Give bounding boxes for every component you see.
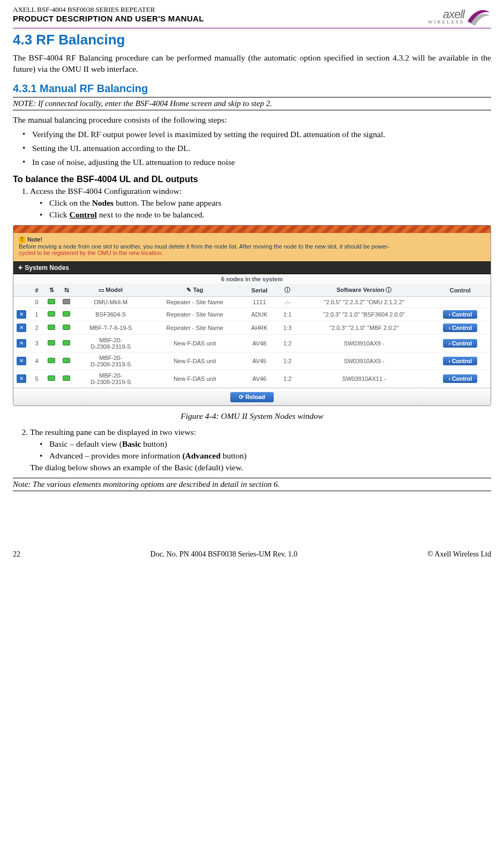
cell-model: MBF-20-D-2308-2319-S xyxy=(74,370,147,388)
bullet-noise-adjust: In case of noise, adjusting the UL atten… xyxy=(22,157,491,168)
system-nodes-header: ✦ System Nodes xyxy=(13,261,491,274)
screenshot-note-box: Note! Before moving a node from one slot… xyxy=(13,233,491,261)
cell-serial: AV46 xyxy=(242,370,276,388)
control-button[interactable]: › Control xyxy=(443,324,477,332)
note-local-connect: NOTE: If connected locally, enter the BS… xyxy=(13,97,491,110)
step-2a-pre: Basic – default view ( xyxy=(49,439,122,448)
table-row: ✕1BSF3604-SRepeater - Site NameADUK1:1"2… xyxy=(13,308,491,321)
status-led-2 xyxy=(63,325,70,330)
cell-serial: AHRK xyxy=(242,321,276,335)
step-2b-post: button) xyxy=(221,451,247,460)
screenshot-note-title: Note! xyxy=(27,236,42,243)
procedure-steps-2: The resulting pane can be displayed in t… xyxy=(13,427,491,472)
figure-caption: Figure 4-4: OMU II System Nodes window xyxy=(13,411,491,421)
col-hash[interactable]: # xyxy=(29,284,44,297)
logo-subtext: WIRELESS xyxy=(428,19,464,25)
cell-index: 4 xyxy=(29,352,44,370)
step-1a: Click on the Nodes button. The below pan… xyxy=(40,198,491,208)
reload-button[interactable]: ⟳ Reload xyxy=(230,392,274,402)
status-led-2 xyxy=(63,311,70,317)
step-2: The resulting pane can be displayed in t… xyxy=(30,427,491,472)
subsection-heading-manual-rf: 4.3.1 Manual RF Balancing xyxy=(13,82,491,95)
cell-serial: 1111 xyxy=(242,297,276,308)
header-left: AXELL BSF-4004 BSF0038 SERIES REPEATER P… xyxy=(13,5,204,23)
table-row: ✕2MBF-T-7-8-19-SRepeater - Site NameAHRK… xyxy=(13,321,491,335)
table-row: ✕5MBF-20-D-2308-2319-SNew F-DAS unitAV46… xyxy=(13,370,491,388)
step-2b-bold: (Advanced xyxy=(182,451,220,460)
cell-index: 0 xyxy=(29,297,44,308)
cell-tag: Repeater - Site Name xyxy=(147,321,242,335)
delete-row-button[interactable]: ✕ xyxy=(17,374,26,383)
table-row: ✕3MBF-20-D-2308-2319-SNew F-DAS unitAV48… xyxy=(13,335,491,352)
cell-index: 5 xyxy=(29,370,44,388)
procedure-lead: The manual balancing procedure consists … xyxy=(13,115,491,126)
delete-row-button[interactable]: ✕ xyxy=(17,357,26,365)
table-row: 0OMU-MkII-MRepeater - Site Name1111-:-"2… xyxy=(13,297,491,308)
step-1-text: Access the BSF-4004 Configuration window… xyxy=(30,186,182,196)
warning-icon xyxy=(19,237,25,243)
cell-tag: New F-DAS unit xyxy=(147,335,242,352)
cell-software: "2.0.3" "2.1.0" "MBF 2.0.2" xyxy=(298,321,430,335)
step-2-tail: The dialog below shows an example of the… xyxy=(30,463,491,472)
cell-serial: AV48 xyxy=(242,335,276,352)
cell-serial: AV45 xyxy=(242,352,276,370)
footer-copyright: © Axell Wireless Ltd xyxy=(427,550,491,559)
cell-slot: 1:1 xyxy=(276,308,298,321)
delete-row-button[interactable]: ✕ xyxy=(17,324,26,332)
status-led-1 xyxy=(48,311,55,317)
procedure-steps: Access the BSF-4004 Configuration window… xyxy=(13,186,491,220)
step-1b-bold: Control xyxy=(69,210,96,219)
table-header-row: # ⇅ ⇆ ▭ Model ✎ Tag Serial ⓘ Software Ve… xyxy=(13,284,491,297)
control-button[interactable]: › Control xyxy=(443,374,477,383)
delete-row-button[interactable]: ✕ xyxy=(17,310,26,319)
control-button[interactable]: › Control xyxy=(443,339,477,348)
doc-subtitle: PRODUCT DESCRIPTION AND USER'S MANUAL xyxy=(13,14,204,23)
cell-index: 3 xyxy=(29,335,44,352)
status-led-2 xyxy=(63,375,70,381)
step-1b: Click Control next to the node to be bal… xyxy=(40,210,491,220)
procedure-heading: To balance the BSF-4004 UL and DL output… xyxy=(13,174,491,184)
control-button[interactable]: › Control xyxy=(443,357,477,365)
cell-slot: 1:2 xyxy=(276,370,298,388)
cell-tag: Repeater - Site Name xyxy=(147,308,242,321)
note-monitoring-options: Note: The various elements monitoring op… xyxy=(13,478,491,491)
section-intro: The BSF-4004 RF Balancing procedure can … xyxy=(13,52,491,75)
cell-software: "2.0.5" "2.2.3.2" "OMU 2.1.2.2" xyxy=(298,297,430,308)
col-serial[interactable]: Serial xyxy=(242,284,276,297)
col-slot-icon[interactable]: ⓘ xyxy=(276,284,298,297)
step-1b-post: next to the node to be balanced. xyxy=(97,210,205,219)
step-2a-bold: Basic xyxy=(122,439,141,448)
screenshot-note-line2: cycled to be registered by the OMU in th… xyxy=(19,250,163,256)
col-control[interactable]: Control xyxy=(430,284,491,297)
col-tag[interactable]: ✎ Tag xyxy=(147,284,242,297)
cell-model: MBF-20-D-2308-2319-S xyxy=(74,335,147,352)
page-footer: 22 Doc. No. PN 4004 BSF0038 Series-UM Re… xyxy=(13,550,491,559)
cell-software: SW03910AX9 - xyxy=(298,352,430,370)
col-model[interactable]: ▭ Model xyxy=(74,284,147,297)
bullet-verify-dl: Verifying the DL RF output power level i… xyxy=(22,129,491,140)
nodes-table: # ⇅ ⇆ ▭ Model ✎ Tag Serial ⓘ Software Ve… xyxy=(13,284,491,388)
col-status1-icon[interactable]: ⇅ xyxy=(44,284,59,297)
col-software[interactable]: Software Version ⓘ xyxy=(298,284,430,297)
cell-software: "2.0.3" "2.1.0" "BSF3604 2.0.0" xyxy=(298,308,430,321)
section-heading-rf-balancing: 4.3 RF Balancing xyxy=(13,32,491,48)
step-2b-pre: Advanced – provides more information xyxy=(49,451,182,460)
cell-index: 1 xyxy=(29,308,44,321)
step-1a-pre: Click on the xyxy=(49,198,92,207)
control-button[interactable]: › Control xyxy=(443,310,477,319)
status-led-1 xyxy=(48,375,55,381)
status-led-1 xyxy=(48,299,55,304)
cell-slot: 1:2 xyxy=(276,352,298,370)
omu-system-nodes-screenshot: Note! Before moving a node from one slot… xyxy=(13,225,491,406)
delete-row-button[interactable]: ✕ xyxy=(17,339,26,348)
cell-index: 2 xyxy=(29,321,44,335)
cell-software: SW03910AX11 - xyxy=(298,370,430,388)
step-1: Access the BSF-4004 Configuration window… xyxy=(30,186,491,220)
footer-page-number: 22 xyxy=(13,550,20,559)
system-nodes-header-text: System Nodes xyxy=(25,264,69,272)
axell-swoosh-icon xyxy=(467,5,491,27)
col-status2-icon[interactable]: ⇆ xyxy=(59,284,74,297)
step-2a-post: button) xyxy=(141,439,167,448)
cell-slot: 1:2 xyxy=(276,335,298,352)
cell-model: BSF3604-S xyxy=(74,308,147,321)
